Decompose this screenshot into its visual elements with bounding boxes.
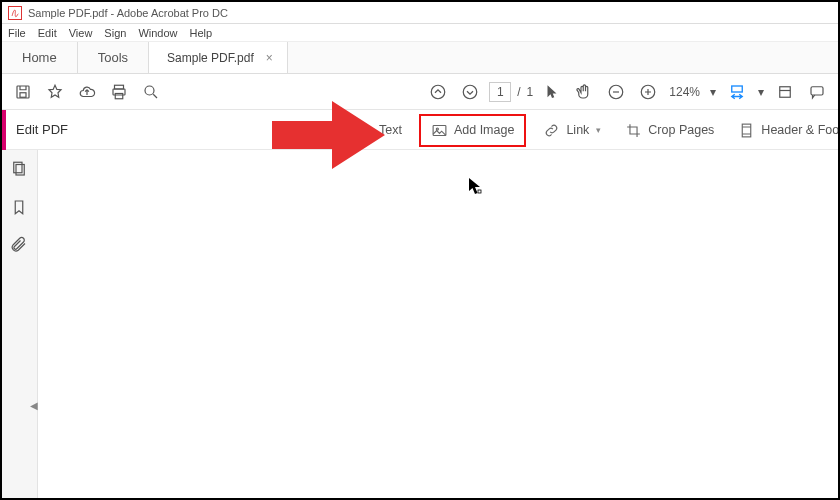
- cloud-upload-icon[interactable]: [74, 79, 100, 105]
- menu-sign[interactable]: Sign: [104, 27, 126, 39]
- svg-point-7: [464, 85, 478, 99]
- header-footer-button[interactable]: Header & Footer ▾: [731, 118, 840, 143]
- page-indicator: 1 / 1: [489, 82, 533, 102]
- page-total: 1: [527, 85, 534, 99]
- tabbar: Home Tools Sample PDF.pdf ×: [2, 42, 838, 74]
- menu-help[interactable]: Help: [190, 27, 213, 39]
- page-up-icon[interactable]: [425, 79, 451, 105]
- svg-rect-4: [115, 93, 123, 98]
- svg-rect-17: [13, 162, 21, 173]
- search-icon[interactable]: [138, 79, 164, 105]
- edit-pdf-accent: [2, 110, 6, 150]
- page-icon: [738, 122, 755, 139]
- attachment-icon[interactable]: [10, 236, 30, 256]
- svg-point-6: [432, 85, 446, 99]
- image-icon: [431, 122, 448, 139]
- link-button[interactable]: Link ▾: [536, 118, 608, 143]
- svg-point-5: [145, 86, 154, 95]
- acrobat-icon: [8, 6, 22, 20]
- svg-rect-18: [16, 165, 24, 176]
- menu-edit[interactable]: Edit: [38, 27, 57, 39]
- menu-window[interactable]: Window: [138, 27, 177, 39]
- page-down-icon[interactable]: [457, 79, 483, 105]
- menu-file[interactable]: File: [8, 27, 26, 39]
- save-icon[interactable]: [10, 79, 36, 105]
- menubar: File Edit View Sign Window Help: [2, 24, 838, 42]
- header-footer-label: Header & Footer: [761, 123, 840, 137]
- zoom-value[interactable]: 124%: [669, 85, 700, 99]
- zoom-out-icon[interactable]: [603, 79, 629, 105]
- tab-home[interactable]: Home: [2, 42, 78, 73]
- mouse-cursor: [468, 177, 482, 195]
- chevron-down-icon: ▾: [596, 125, 601, 135]
- page-separator: /: [517, 85, 520, 99]
- link-label: Link: [566, 123, 589, 137]
- svg-rect-12: [811, 86, 823, 94]
- star-icon[interactable]: [42, 79, 68, 105]
- page-display-icon[interactable]: [772, 79, 798, 105]
- link-icon: [543, 122, 560, 139]
- fit-width-icon[interactable]: [724, 79, 750, 105]
- page-current-input[interactable]: 1: [489, 82, 511, 102]
- edit-pdf-title: Edit PDF: [16, 122, 68, 137]
- svg-rect-10: [732, 86, 743, 92]
- tab-close-button[interactable]: ×: [266, 51, 273, 65]
- hand-icon[interactable]: [571, 79, 597, 105]
- crop-pages-button[interactable]: Crop Pages: [618, 118, 721, 143]
- document-canvas[interactable]: [38, 150, 838, 498]
- thumbnails-icon[interactable]: [10, 160, 30, 180]
- main-toolbar: 1 / 1 124% ▾ ▾: [2, 74, 838, 110]
- tab-document[interactable]: Sample PDF.pdf ×: [149, 42, 288, 73]
- selection-cursor-icon[interactable]: [539, 79, 565, 105]
- svg-rect-1: [20, 92, 26, 97]
- svg-rect-15: [743, 124, 752, 137]
- add-image-label: Add Image: [454, 123, 514, 137]
- zoom-dropdown-caret[interactable]: ▾: [710, 85, 716, 99]
- fit-dropdown-caret[interactable]: ▾: [758, 85, 764, 99]
- edit-pdf-toolbar: Edit PDF Text Add Image Link ▾ Crop Page…: [2, 110, 838, 150]
- window-title: Sample PDF.pdf - Adobe Acrobat Pro DC: [28, 7, 228, 19]
- annotation-arrow: [272, 97, 387, 173]
- add-image-button[interactable]: Add Image: [419, 114, 526, 147]
- menu-view[interactable]: View: [69, 27, 93, 39]
- svg-rect-0: [17, 86, 29, 98]
- zoom-in-icon[interactable]: [635, 79, 661, 105]
- titlebar: Sample PDF.pdf - Adobe Acrobat Pro DC: [2, 2, 838, 24]
- print-icon[interactable]: [106, 79, 132, 105]
- crop-label: Crop Pages: [648, 123, 714, 137]
- tab-tools[interactable]: Tools: [78, 42, 149, 73]
- svg-rect-19: [478, 190, 481, 193]
- tab-document-label: Sample PDF.pdf: [167, 51, 254, 65]
- crop-icon: [625, 122, 642, 139]
- collapse-sidebar-icon[interactable]: ◀: [30, 400, 38, 411]
- left-sidebar: ◀: [2, 150, 38, 498]
- comment-icon[interactable]: [804, 79, 830, 105]
- workarea: ◀: [2, 150, 838, 498]
- svg-rect-11: [780, 86, 791, 97]
- bookmark-icon[interactable]: [10, 198, 30, 218]
